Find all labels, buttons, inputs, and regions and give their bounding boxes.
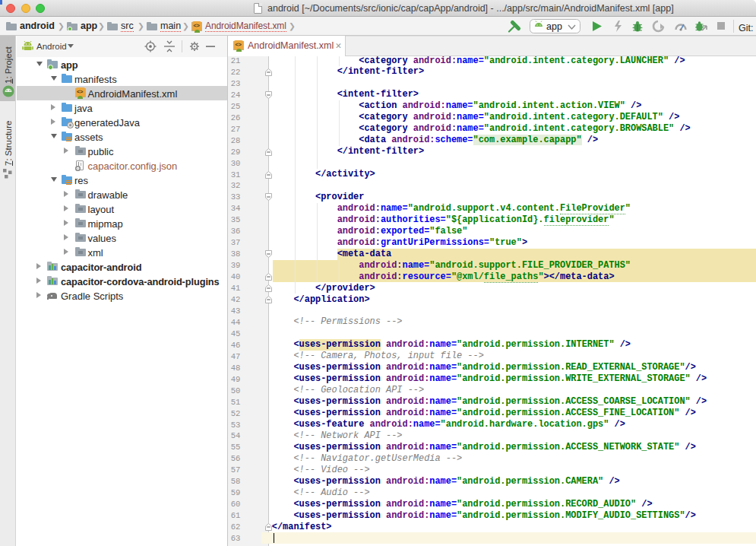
svg-text:app: app (546, 21, 562, 32)
